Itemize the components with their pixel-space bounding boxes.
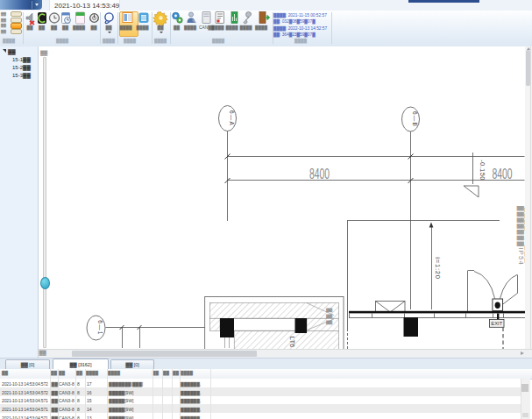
svg-text:LT6: LT6 <box>288 337 296 347</box>
svg-text:8400: 8400 <box>309 167 330 181</box>
svg-text:6—B: 6—B <box>412 111 418 127</box>
svg-text:i=1:20: i=1:20 <box>434 257 442 279</box>
svg-text:-0.150: -0.150 <box>479 160 486 181</box>
svg-text:EXIT: EXIT <box>491 321 502 326</box>
svg-text:6—1: 6—1 <box>97 320 103 335</box>
svg-text:▓▓▓▓▓▓▓IP54: ▓▓▓▓▓▓▓IP54 <box>516 206 525 266</box>
svg-text:▓▓▓: ▓▓▓ <box>326 309 333 327</box>
svg-text:6—A: 6—A <box>229 110 235 126</box>
svg-text:8400: 8400 <box>493 167 513 181</box>
